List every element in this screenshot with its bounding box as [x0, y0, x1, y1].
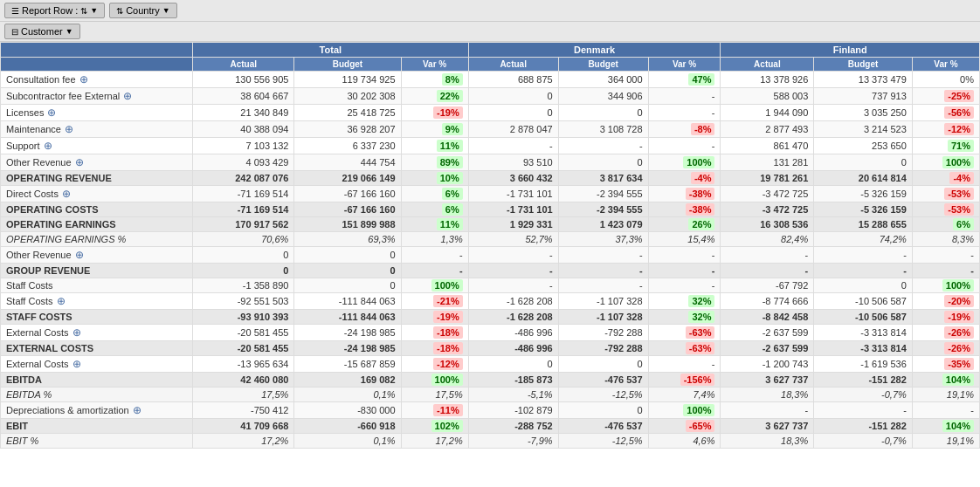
fi-actual: -2 637 599 [721, 341, 814, 356]
total-var: 100% [401, 278, 468, 293]
table-row: Staff Costs⊕ -92 551 503 -111 844 063 -2… [1, 293, 980, 310]
total-var: - [401, 247, 468, 264]
dk-budget: - [558, 264, 648, 278]
total-var-header: Var % [401, 58, 468, 72]
total-actual: 41 709 668 [193, 419, 294, 434]
fi-budget: -151 282 [814, 419, 913, 434]
fi-budget: 253 650 [814, 138, 913, 154]
total-actual-header: Actual [193, 58, 294, 72]
total-actual: 21 340 849 [193, 105, 294, 121]
dk-budget: 37,3% [558, 232, 648, 247]
dk-var: - [648, 264, 721, 278]
fi-budget-header: Budget [814, 58, 913, 72]
expand-icon[interactable]: ⊕ [123, 90, 132, 102]
sub-header-row: Actual Budget Var % Actual Budget Var % … [1, 58, 980, 72]
total-var: 8% [401, 72, 468, 88]
dk-actual: -486 996 [468, 341, 558, 356]
fi-var: -25% [912, 88, 979, 105]
total-budget: -15 687 859 [294, 356, 401, 373]
total-actual: 17,2% [193, 434, 294, 449]
total-actual: -71 169 514 [193, 202, 294, 217]
dk-budget: 1 423 079 [558, 217, 648, 232]
total-budget: -111 844 063 [294, 293, 401, 310]
dk-budget-header: Budget [558, 58, 648, 72]
fi-actual: - [721, 247, 814, 264]
fi-budget: -3 313 814 [814, 325, 913, 341]
row-label: Direct Costs⊕ [1, 186, 193, 202]
total-var: 17,2% [401, 434, 468, 449]
total-budget: -111 844 063 [294, 310, 401, 325]
total-var: 17,5% [401, 388, 468, 402]
dk-actual: 688 875 [468, 72, 558, 88]
fi-var: -19% [912, 310, 979, 325]
dk-var: -38% [648, 186, 721, 202]
fi-budget: - [814, 264, 913, 278]
dk-budget: 0 [558, 154, 648, 171]
expand-icon[interactable]: ⊕ [75, 156, 84, 168]
row-label: EBITDA % [1, 388, 193, 402]
fi-actual-header: Actual [721, 58, 814, 72]
dk-actual: -185 873 [468, 373, 558, 388]
expand-icon[interactable]: ⊕ [57, 295, 66, 307]
country-btn[interactable]: ⇅ Country ▼ [109, 3, 176, 18]
customer-btn[interactable]: ⊟ Customer ▼ [4, 24, 80, 39]
total-budget: -24 198 985 [294, 325, 401, 341]
table-row: OPERATING EARNINGS 170 917 562 151 899 9… [1, 217, 980, 232]
dk-var: -38% [648, 202, 721, 217]
dk-actual: - [468, 138, 558, 154]
dk-budget: 344 906 [558, 88, 648, 105]
fi-actual: 16 308 536 [721, 217, 814, 232]
expand-icon[interactable]: ⊕ [72, 326, 81, 339]
total-actual: 170 917 562 [193, 217, 294, 232]
total-budget: 25 418 725 [294, 105, 401, 121]
fi-actual: -8 842 458 [721, 310, 814, 325]
total-var: 11% [401, 138, 468, 154]
fi-budget: 15 288 655 [814, 217, 913, 232]
expand-icon[interactable]: ⊕ [75, 249, 84, 261]
fi-actual: -8 774 666 [721, 293, 814, 310]
fi-budget: 737 913 [814, 88, 913, 105]
expand-icon[interactable]: ⊕ [44, 140, 52, 152]
fi-budget: 3 035 250 [814, 105, 913, 121]
total-budget: 0 [294, 278, 401, 293]
dk-actual: -1 628 208 [468, 293, 558, 310]
expand-icon[interactable]: ⊕ [65, 123, 73, 135]
fi-var: -56% [912, 105, 979, 121]
row-label: Staff Costs⊕ [1, 293, 193, 310]
total-budget: 0,1% [294, 388, 401, 402]
fi-budget: -0,7% [814, 388, 913, 402]
fi-budget: -151 282 [814, 373, 913, 388]
fi-budget: 0 [814, 278, 913, 293]
dropdown-icon3: ▼ [66, 27, 73, 36]
total-budget-header: Budget [294, 58, 401, 72]
table-row: Licenses⊕ 21 340 849 25 418 725 -19% 0 0… [1, 105, 980, 121]
fi-actual: -2 637 599 [721, 325, 814, 341]
table-row: Maintenance⊕ 40 388 094 36 928 207 9% 2 … [1, 121, 980, 138]
fi-actual: 3 627 737 [721, 373, 814, 388]
table-row: STAFF COSTS -93 910 393 -111 844 063 -19… [1, 310, 980, 325]
expand-icon[interactable]: ⊕ [62, 188, 71, 200]
row-label: Support⊕ [1, 138, 193, 154]
total-budget: -24 198 985 [294, 341, 401, 356]
expand-icon[interactable]: ⊕ [72, 358, 81, 370]
dk-var: - [648, 105, 721, 121]
report-row-btn[interactable]: ☰ Report Row : ⇅ ▼ [4, 3, 105, 18]
expand-icon[interactable]: ⊕ [133, 404, 141, 416]
fi-budget: -10 506 587 [814, 293, 913, 310]
total-var: -11% [401, 402, 468, 419]
fi-actual: 3 627 737 [721, 419, 814, 434]
filter-icon: ⊟ [11, 27, 18, 37]
fi-actual: 2 877 493 [721, 121, 814, 138]
fi-var: 6% [912, 217, 979, 232]
total-budget: 0 [294, 264, 401, 278]
dk-var: -8% [648, 121, 721, 138]
total-header: Total [193, 43, 469, 58]
country-label: Country [126, 5, 160, 16]
dk-actual: 0 [468, 88, 558, 105]
expand-icon[interactable]: ⊕ [47, 106, 56, 119]
total-budget: 169 082 [294, 373, 401, 388]
row-label: EBITDA [1, 373, 193, 388]
fi-actual: 18,3% [721, 434, 814, 449]
expand-icon[interactable]: ⊕ [79, 73, 88, 86]
row-label: STAFF COSTS [1, 310, 193, 325]
